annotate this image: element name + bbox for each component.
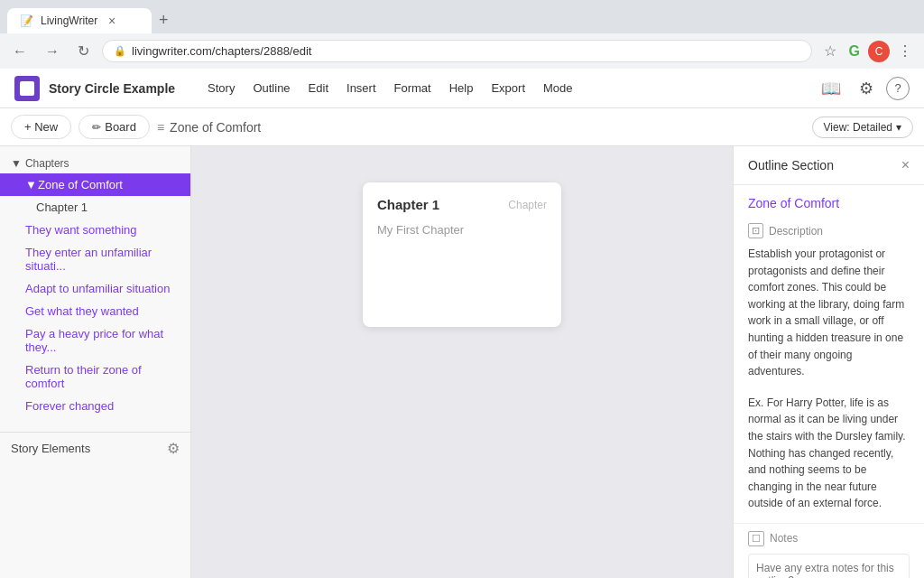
description-label: Description xyxy=(769,225,823,238)
sidebar-item-zone-of-comfort[interactable]: ▼ Zone of Comfort xyxy=(0,173,190,196)
right-panel-title: Outline Section xyxy=(748,158,834,172)
section-title: Zone of Comfort xyxy=(170,120,261,135)
sidebar-item-forever-changed[interactable]: Forever changed xyxy=(0,395,190,417)
menu-help[interactable]: Help xyxy=(440,78,483,98)
logo-inner xyxy=(20,81,34,96)
sidebar-item-label: Forever changed xyxy=(25,399,114,413)
browser-chrome: 📝 LivingWriter × + xyxy=(0,0,924,33)
right-panel-section-link[interactable]: Zone of Comfort xyxy=(734,185,924,218)
right-panel-header: Outline Section × xyxy=(734,146,924,185)
sidebar-item-adapt[interactable]: Adapt to unfamiliar situation xyxy=(0,277,190,300)
user-btn[interactable]: C xyxy=(868,41,890,62)
menu-export[interactable]: Export xyxy=(482,78,534,98)
app-toolbar: + New ✏ Board ≡ Zone of Comfort View: De… xyxy=(0,108,924,146)
main-layout: ▼ Chapters ▼ Zone of Comfort Chapter 1 T… xyxy=(0,146,924,578)
address-bar[interactable]: 🔒 livingwriter.com/chapters/2888/edit xyxy=(102,40,812,62)
chapters-header[interactable]: ▼ Chapters xyxy=(0,154,190,173)
story-elements-label: Story Elements xyxy=(11,442,90,455)
story-elements-settings-btn[interactable]: ⚙ xyxy=(167,440,180,457)
sidebar-item-unfamiliar[interactable]: They enter an unfamiliar situati... xyxy=(0,241,190,277)
sidebar-item-label: Chapter 1 xyxy=(36,200,88,214)
sidebar: ▼ Chapters ▼ Zone of Comfort Chapter 1 T… xyxy=(0,146,191,578)
right-panel-close-btn[interactable]: × xyxy=(901,157,910,173)
right-panel: Outline Section × Zone of Comfort ⊡ Desc… xyxy=(733,146,924,578)
description-icon: ⊡ xyxy=(748,223,763,238)
app-title: Story Circle Example xyxy=(49,81,175,96)
section-title-bar: ≡ Zone of Comfort xyxy=(157,120,805,135)
chapter-badge: Chapter xyxy=(508,199,547,211)
tab-close-btn[interactable]: × xyxy=(105,14,119,28)
logo-icon xyxy=(14,76,40,101)
header-right: 📖 ⚙ ? xyxy=(816,73,910,104)
chapter-card-header: Chapter 1 Chapter xyxy=(377,197,547,212)
active-tab[interactable]: 📝 LivingWriter × xyxy=(7,8,152,33)
browser-toolbar-icons: ☆ G C ⋮ xyxy=(819,39,917,63)
right-panel-notes-header: ☐ Notes xyxy=(734,523,924,550)
sidebar-item-they-want[interactable]: They want something xyxy=(0,219,190,241)
right-panel-desc-text-2: Ex. For Harry Potter, life is as normal … xyxy=(734,391,924,523)
more-btn[interactable]: ⋮ xyxy=(893,39,917,63)
chapters-label: Chapters xyxy=(25,157,69,170)
board-btn[interactable]: ✏ Board xyxy=(79,115,150,139)
chapter-title: Chapter 1 xyxy=(377,197,439,212)
back-btn[interactable]: ← xyxy=(7,40,32,63)
chapters-chevron: ▼ xyxy=(11,157,22,170)
book-icon-btn[interactable]: 📖 xyxy=(816,73,846,104)
chapters-section: ▼ Chapters ▼ Zone of Comfort Chapter 1 T… xyxy=(0,146,190,424)
url-text: livingwriter.com/chapters/2888/edit xyxy=(132,44,311,58)
settings-icon-btn[interactable]: ⚙ xyxy=(854,73,879,104)
refresh-btn[interactable]: ↻ xyxy=(72,39,95,63)
browser-toolbar: ← → ↻ 🔒 livingwriter.com/chapters/2888/e… xyxy=(0,33,924,69)
sidebar-item-label: Adapt to unfamiliar situation xyxy=(25,282,170,295)
forward-btn[interactable]: → xyxy=(40,40,65,63)
content-area: Chapter 1 Chapter My First Chapter xyxy=(191,146,733,578)
menu-edit[interactable]: Edit xyxy=(300,78,337,98)
app: Story Circle Example Story Outline Edit … xyxy=(0,69,924,578)
right-panel-desc-header: ⊡ Description xyxy=(734,218,924,242)
board-label: Board xyxy=(105,120,136,134)
sidebar-item-chapter1[interactable]: Chapter 1 xyxy=(0,196,190,219)
app-logo: Story Circle Example Story Outline Edit … xyxy=(14,76,582,101)
sidebar-item-heavy-price[interactable]: Pay a heavy price for what they... xyxy=(0,322,190,359)
browser-tabs: 📝 LivingWriter × + xyxy=(7,7,917,33)
sidebar-item-label: Get what they wanted xyxy=(25,304,139,318)
board-icon: ✏ xyxy=(92,121,101,134)
notes-input[interactable] xyxy=(748,554,910,578)
menu-insert[interactable]: Insert xyxy=(337,78,385,98)
new-btn[interactable]: + New xyxy=(11,115,71,139)
view-label: View: Detailed xyxy=(824,121,893,134)
menu-mode[interactable]: Mode xyxy=(534,78,582,98)
chapter-card[interactable]: Chapter 1 Chapter My First Chapter xyxy=(363,182,561,327)
menu-story[interactable]: Story xyxy=(199,78,244,98)
sidebar-item-label: Return to their zone of comfort xyxy=(25,363,180,390)
sidebar-item-label: Zone of Comfort xyxy=(38,178,123,191)
view-chevron: ▾ xyxy=(896,121,901,134)
notes-icon: ☐ xyxy=(748,531,764,546)
app-header: Story Circle Example Story Outline Edit … xyxy=(0,69,924,108)
new-tab-btn[interactable]: + xyxy=(152,7,176,33)
sidebar-item-get-wanted[interactable]: Get what they wanted xyxy=(0,300,190,322)
right-panel-desc-text-1: Establish your protagonist or protagonis… xyxy=(734,242,924,391)
chapter-subtitle: My First Chapter xyxy=(377,223,547,237)
section-icon: ≡ xyxy=(157,120,164,135)
menu-format[interactable]: Format xyxy=(385,78,440,98)
view-selector[interactable]: View: Detailed ▾ xyxy=(812,117,914,138)
chevron-down-icon: ▼ xyxy=(25,178,34,191)
sidebar-item-label: They want something xyxy=(25,223,137,237)
lock-icon: 🔒 xyxy=(114,45,126,57)
sidebar-item-label: They enter an unfamiliar situati... xyxy=(25,246,180,273)
help-icon-btn[interactable]: ? xyxy=(886,77,910,100)
sidebar-item-return-comfort[interactable]: Return to their zone of comfort xyxy=(0,359,190,395)
app-menu: Story Outline Edit Insert Format Help Ex… xyxy=(199,78,582,98)
profile-btn[interactable]: G xyxy=(845,40,864,63)
sidebar-bottom: Story Elements ⚙ xyxy=(0,432,190,464)
notes-label: Notes xyxy=(770,532,798,545)
bookmark-btn[interactable]: ☆ xyxy=(819,39,841,63)
tab-title: LivingWriter xyxy=(41,14,97,27)
sidebar-item-label: Pay a heavy price for what they... xyxy=(25,327,180,354)
menu-outline[interactable]: Outline xyxy=(244,78,299,98)
